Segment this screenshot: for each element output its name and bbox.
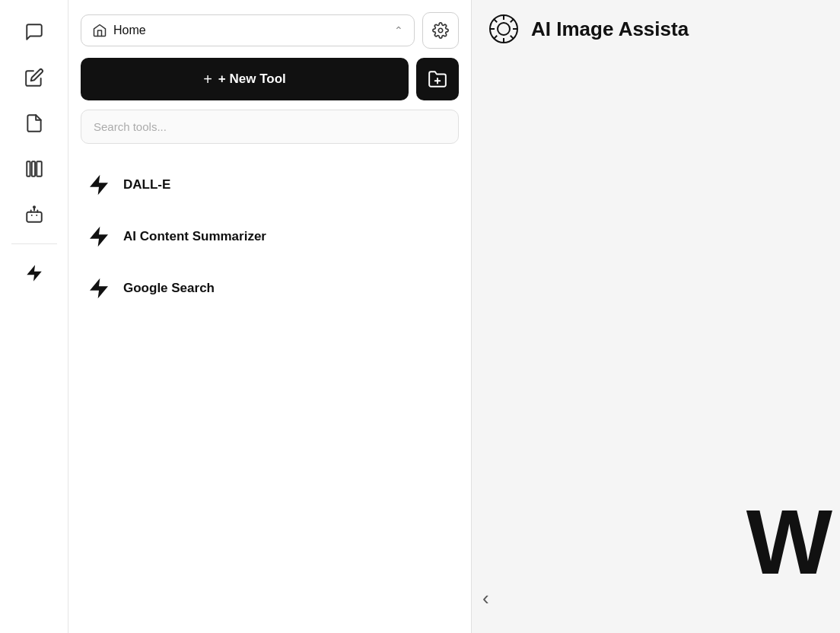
svg-marker-9 xyxy=(90,175,108,196)
chat-icon xyxy=(24,22,44,42)
library-nav-button[interactable] xyxy=(14,149,54,189)
new-folder-button[interactable] xyxy=(416,58,459,100)
tool-name-google: Google Search xyxy=(123,281,215,296)
tool-name-summarizer: AI Content Summarizer xyxy=(123,229,266,244)
home-label: Home xyxy=(113,24,388,37)
svg-point-13 xyxy=(498,23,510,35)
icon-sidebar xyxy=(0,0,68,633)
folder-plus-icon xyxy=(428,69,447,89)
tool-item-dalle[interactable]: DALL-E xyxy=(81,159,459,211)
gear-icon xyxy=(432,22,449,39)
main-title: AI Image Assista xyxy=(531,17,689,41)
new-tool-label: + New Tool xyxy=(218,72,286,87)
bolt-icon-summarizer xyxy=(87,224,111,249)
svg-line-18 xyxy=(494,19,497,22)
sidebar-divider xyxy=(11,243,57,244)
bot-nav-button[interactable] xyxy=(14,195,54,234)
document-icon xyxy=(24,113,44,133)
edit-nav-button[interactable] xyxy=(14,58,54,97)
svg-line-21 xyxy=(494,36,497,39)
bolt-icon-dalle xyxy=(87,173,111,197)
search-input[interactable] xyxy=(81,110,459,144)
bot-icon xyxy=(24,205,44,224)
bolt-nav-button[interactable] xyxy=(14,253,54,293)
top-bar: Home ⌃ xyxy=(81,12,459,49)
home-icon xyxy=(92,23,107,38)
main-header: AI Image Assista xyxy=(472,0,840,58)
library-icon xyxy=(24,159,44,179)
tool-item-summarizer[interactable]: AI Content Summarizer xyxy=(81,211,459,262)
plus-icon: + xyxy=(203,71,212,88)
chevron-icon: ⌃ xyxy=(394,24,403,37)
svg-point-6 xyxy=(438,28,443,33)
svg-rect-0 xyxy=(27,161,30,177)
bolt-icon-google xyxy=(87,276,111,301)
home-dropdown[interactable]: Home ⌃ xyxy=(81,14,415,46)
action-row: + + New Tool xyxy=(81,58,459,100)
ai-logo xyxy=(487,12,520,46)
svg-rect-1 xyxy=(31,161,34,177)
settings-button[interactable] xyxy=(422,12,459,49)
svg-line-19 xyxy=(511,36,514,39)
svg-line-20 xyxy=(511,19,514,22)
main-content: AI Image Assista W ‹ xyxy=(472,0,840,633)
svg-marker-11 xyxy=(90,278,108,299)
tool-name-dalle: DALL-E xyxy=(123,177,170,192)
new-tool-button[interactable]: + + New Tool xyxy=(81,58,409,100)
svg-rect-2 xyxy=(37,161,42,177)
svg-marker-10 xyxy=(90,227,108,247)
chat-nav-button[interactable] xyxy=(14,12,54,52)
tool-panel: Home ⌃ + + New Tool xyxy=(68,0,472,633)
tool-item-google[interactable]: Google Search xyxy=(81,262,459,314)
svg-marker-5 xyxy=(27,265,42,282)
svg-rect-3 xyxy=(27,212,42,222)
collapse-arrow-button[interactable]: ‹ xyxy=(482,587,489,610)
bolt-icon xyxy=(24,263,44,283)
tools-list: DALL-E AI Content Summarizer Google Sear… xyxy=(81,159,459,314)
edit-icon xyxy=(24,68,44,87)
big-letter: W xyxy=(746,496,832,587)
document-nav-button[interactable] xyxy=(14,103,54,143)
